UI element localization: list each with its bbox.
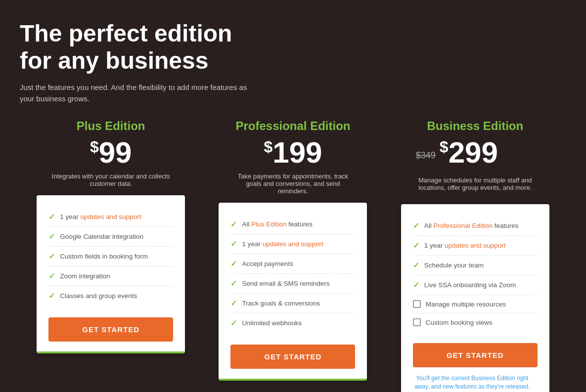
feature-text: Accept payments xyxy=(242,260,293,267)
professional-dollar-sign: $ xyxy=(264,138,273,156)
hero-section: The perfect edition for any business Jus… xyxy=(20,20,566,104)
check-icon: ✓ xyxy=(230,219,237,229)
business-plan-title: Business Edition xyxy=(416,119,535,133)
business-plan-price: $299 xyxy=(440,138,498,168)
list-item: ✓ Google Calendar integration xyxy=(48,227,173,247)
list-item: ✓ 1 year updates and support xyxy=(230,234,355,254)
check-icon: ✓ xyxy=(48,232,55,241)
business-dollar-sign: $ xyxy=(440,138,449,156)
professional-plan-description: Take payments for appointments, track go… xyxy=(233,173,352,195)
list-item: ✓ 1 year updates and support xyxy=(48,207,173,227)
list-item: Manage multiple resources xyxy=(413,295,538,313)
plus-plan-title: Plus Edition xyxy=(77,119,145,133)
feature-text: Custom booking views xyxy=(426,319,493,326)
feature-text: Zoom integration xyxy=(60,272,110,280)
feature-text: Send email & SMS reminders xyxy=(242,280,329,287)
list-item: ✓ Live SSA onboarding via Zoom xyxy=(413,275,538,295)
feature-text: 1 year updates and support xyxy=(424,242,505,249)
check-icon: ✓ xyxy=(413,280,419,290)
check-icon: ✓ xyxy=(48,212,55,221)
plus-get-started-button[interactable]: GET STARTED xyxy=(48,317,173,342)
hero-title: The perfect edition for any business xyxy=(20,20,257,74)
professional-plan-price: $199 xyxy=(264,138,322,168)
feature-text: Custom fields in booking form xyxy=(60,253,148,260)
feature-text: Live SSA onboarding via Zoom xyxy=(424,281,516,289)
hero-subtitle: Just the features you need. And the flex… xyxy=(20,82,247,104)
plus-plan-price: $99 xyxy=(90,138,132,168)
check-icon: ✓ xyxy=(48,252,55,261)
professional-get-started-button[interactable]: GET STARTED xyxy=(230,345,355,369)
feature-text: Schedule your team xyxy=(424,261,484,269)
feature-text: All Plus Edition features xyxy=(242,220,313,228)
check-icon: ✓ xyxy=(230,318,237,328)
professional-feature-list: ✓ All Plus Edition features ✓ 1 year upd… xyxy=(230,215,355,333)
page-wrapper: The perfect edition for any business Jus… xyxy=(0,0,586,392)
check-icon: ✓ xyxy=(413,221,419,230)
list-item: ✓ Accept payments xyxy=(230,254,355,274)
check-icon: ✓ xyxy=(230,299,237,308)
business-plan-column: Business Edition $349 $299 Manage schedu… xyxy=(384,119,566,392)
feature-text: Track goals & conversions xyxy=(242,300,320,307)
check-icon: ✓ xyxy=(230,279,237,288)
business-price-wrapper: $349 $299 xyxy=(416,138,535,173)
business-plan-description: Manage schedules for multiple staff and … xyxy=(416,176,535,191)
business-note: You'll get the current Business Edition … xyxy=(413,374,532,391)
feature-text: All Professional Edition features xyxy=(424,222,519,229)
list-item: ✓ Custom fields in booking form xyxy=(48,247,173,266)
check-icon: ✓ xyxy=(48,291,55,301)
list-item: ✓ All Plus Edition features xyxy=(230,215,355,234)
list-item: ✓ Classes and group events xyxy=(48,286,173,305)
list-item: ✓ All Professional Edition features xyxy=(413,216,538,236)
feature-text: 1 year updates and support xyxy=(60,213,141,220)
plans-container: Plus Edition $99 Integrates with your ca… xyxy=(20,119,566,392)
feature-text: Unlimited webhooks xyxy=(242,319,302,327)
professional-plan-card: ✓ All Plus Edition features ✓ 1 year upd… xyxy=(219,203,367,381)
check-icon: ✓ xyxy=(413,241,419,250)
check-icon: ✓ xyxy=(48,271,55,281)
feature-text: Classes and group events xyxy=(60,292,137,300)
check-icon: ✓ xyxy=(230,259,237,268)
empty-check-icon xyxy=(413,300,421,308)
plus-plan-card: ✓ 1 year updates and support ✓ Google Ca… xyxy=(37,195,185,353)
business-plan-card: ✓ All Professional Edition features ✓ 1 … xyxy=(401,204,549,392)
business-price-strikethrough: $349 xyxy=(416,150,436,161)
plus-plan-column: Plus Edition $99 Integrates with your ca… xyxy=(20,119,202,353)
plus-feature-list: ✓ 1 year updates and support ✓ Google Ca… xyxy=(48,207,173,305)
feature-text: Manage multiple resources xyxy=(426,301,506,308)
business-feature-list: ✓ All Professional Edition features ✓ 1 … xyxy=(413,216,538,331)
list-item: ✓ Send email & SMS reminders xyxy=(230,274,355,294)
list-item: ✓ Unlimited webhooks xyxy=(230,313,355,333)
plus-dollar-sign: $ xyxy=(90,138,99,156)
empty-check-icon xyxy=(413,318,421,326)
list-item: ✓ Zoom integration xyxy=(48,266,173,286)
check-icon: ✓ xyxy=(230,239,237,249)
list-item: Custom booking views xyxy=(413,313,538,331)
plus-plan-description: Integrates with your calendar and collec… xyxy=(51,173,170,187)
professional-plan-column: Professional Edition $199 Take payments … xyxy=(202,119,384,381)
business-get-started-button[interactable]: GET STARTED xyxy=(413,343,538,367)
list-item: ✓ Track goals & conversions xyxy=(230,294,355,313)
list-item: ✓ Schedule your team xyxy=(413,256,538,275)
business-plan-header: Business Edition $349 $299 Manage schedu… xyxy=(416,119,535,199)
check-icon: ✓ xyxy=(413,261,419,270)
feature-text: Google Calendar integration xyxy=(60,233,143,240)
professional-plan-title: Professional Edition xyxy=(235,119,350,133)
feature-text: 1 year updates and support xyxy=(242,240,323,248)
list-item: ✓ 1 year updates and support xyxy=(413,236,538,256)
